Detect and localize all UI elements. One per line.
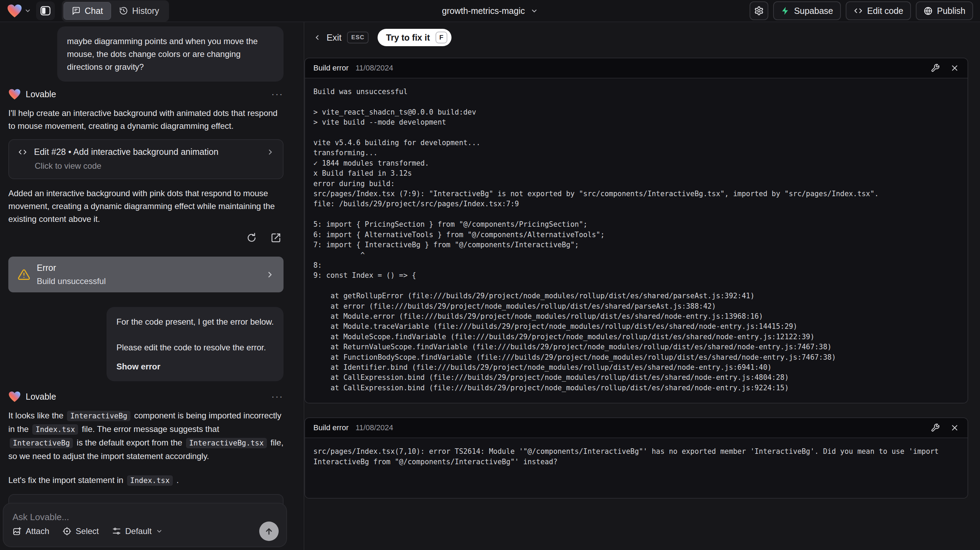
close-icon[interactable]	[950, 64, 959, 73]
chevron-down-icon	[24, 7, 31, 14]
assistant-message: It looks like the InteractiveBg componen…	[8, 409, 283, 462]
sliders-icon	[112, 527, 121, 536]
edit-code-button[interactable]: Edit code	[846, 2, 911, 20]
edit-card-28[interactable]: Edit #28 • Add interactive background an…	[8, 139, 283, 179]
code-brackets-icon	[18, 148, 28, 156]
esc-key-badge: ESC	[347, 32, 369, 43]
assistant-header: Lovable ···	[8, 86, 283, 102]
close-icon[interactable]	[950, 423, 959, 432]
panel-title: Build error	[313, 423, 348, 432]
user-message-text: Please edit the code to resolve the erro…	[116, 341, 274, 354]
chevron-left-icon	[313, 33, 321, 41]
tab-chat-label: Chat	[85, 6, 103, 16]
lovable-heart-logo-icon	[7, 4, 22, 18]
exit-label: Exit	[326, 32, 342, 43]
attach-label: Attach	[26, 526, 49, 536]
top-header: Chat History growth-metrics-magic S	[0, 0, 980, 22]
image-plus-icon	[13, 527, 22, 536]
panel-date: 11/08/2024	[355, 423, 393, 432]
console-output: src/pages/Index.tsx(7,10): error TS2614:…	[313, 446, 959, 467]
panel-title: Build error	[313, 64, 348, 73]
select-element-button[interactable]: Select	[62, 526, 99, 536]
send-button[interactable]	[259, 521, 278, 541]
error-card-title: Error	[37, 263, 106, 273]
panel-date: 11/08/2024	[355, 64, 393, 73]
message-menu-button[interactable]: ···	[271, 89, 283, 100]
lovable-heart-icon	[8, 89, 21, 100]
tab-chat[interactable]: Chat	[64, 2, 111, 20]
assistant-message: Let's fix the import statement in Index.…	[8, 473, 283, 487]
globe-icon	[923, 6, 933, 16]
assistant-header: Lovable ···	[8, 389, 283, 404]
f-key-badge: F	[436, 32, 447, 43]
sidebar-toggle-button[interactable]	[36, 2, 55, 20]
fix-wrench-button[interactable]	[931, 423, 940, 432]
edit-code-label: Edit code	[867, 6, 903, 16]
message-menu-button[interactable]: ···	[271, 391, 283, 402]
error-detail-panel: Exit ESC Try to fix it F Build error 11/…	[304, 22, 980, 550]
lovable-heart-icon	[8, 391, 21, 402]
supabase-button[interactable]: Supabase	[773, 2, 841, 20]
attach-button[interactable]: Attach	[13, 526, 49, 536]
settings-button[interactable]	[749, 2, 768, 20]
publish-label: Publish	[937, 6, 966, 16]
message-actions	[8, 230, 283, 246]
code-brackets-icon	[853, 6, 863, 15]
try-to-fix-button[interactable]: Try to fix it F	[377, 29, 451, 46]
assistant-name: Lovable	[26, 89, 56, 99]
user-message: For the code present, I get the error be…	[107, 307, 283, 381]
refresh-icon	[247, 233, 257, 243]
user-message: maybe diagramming points and when you mo…	[57, 26, 283, 81]
chat-panel: maybe diagramming points and when you mo…	[0, 22, 304, 550]
fix-wrench-button[interactable]	[931, 64, 940, 73]
edit-card-subtitle: Click to view code	[35, 161, 275, 171]
warning-triangle-icon	[18, 268, 30, 281]
exit-button[interactable]: Exit ESC	[313, 32, 369, 43]
edit-card-title: Edit #28 • Add interactive background an…	[34, 147, 218, 157]
arrow-up-icon	[264, 526, 274, 536]
lovable-logo-menu[interactable]	[7, 4, 31, 18]
history-icon	[119, 6, 128, 15]
console-output: Build was unsuccessful > vite_react_shad…	[313, 87, 959, 393]
supabase-bolt-icon	[781, 6, 790, 15]
external-link-icon	[271, 233, 281, 243]
project-name: growth-metrics-magic	[442, 6, 525, 16]
chevron-right-icon	[266, 148, 275, 156]
sidebar-panel-icon	[40, 5, 51, 16]
assistant-name: Lovable	[26, 392, 56, 402]
show-error-link[interactable]: Show error	[116, 360, 274, 373]
open-preview-button[interactable]	[268, 230, 283, 246]
try-to-fix-label: Try to fix it	[386, 33, 430, 43]
error-card-subtitle: Build unsuccessful	[37, 276, 106, 286]
tab-history-label: History	[132, 6, 159, 16]
user-message-text: maybe diagramming points and when you mo…	[67, 37, 258, 72]
chat-history-segmented-control: Chat History	[62, 0, 169, 22]
build-error-panel-2: Build error 11/08/2024 src/pages/Index.t…	[304, 418, 968, 499]
mode-label: Default	[125, 526, 152, 536]
chat-input-container[interactable]: Ask Lovable... Attach Select	[3, 503, 287, 547]
chat-input[interactable]: Ask Lovable...	[13, 512, 277, 523]
gear-icon	[754, 6, 764, 16]
chevron-down-icon	[530, 7, 538, 14]
select-label: Select	[76, 526, 99, 536]
build-error-card[interactable]: Error Build unsuccessful	[8, 257, 283, 292]
chat-bubble-icon	[72, 6, 81, 15]
mode-selector[interactable]: Default	[112, 526, 163, 536]
publish-button[interactable]: Publish	[916, 2, 973, 20]
target-icon	[62, 527, 72, 536]
chevron-right-icon	[266, 270, 275, 279]
user-message-text: For the code present, I get the error be…	[116, 315, 274, 328]
supabase-label: Supabase	[794, 6, 833, 16]
build-error-panel-1: Build error 11/08/2024 Build was unsucce…	[304, 57, 968, 403]
assistant-message: Added an interactive background with pin…	[8, 187, 283, 225]
tab-history[interactable]: History	[111, 2, 167, 20]
project-switcher[interactable]: growth-metrics-magic	[442, 6, 538, 16]
chevron-down-icon	[156, 528, 163, 535]
restore-version-button[interactable]	[244, 230, 259, 246]
assistant-message: I'll help create an interactive backgrou…	[8, 107, 283, 132]
